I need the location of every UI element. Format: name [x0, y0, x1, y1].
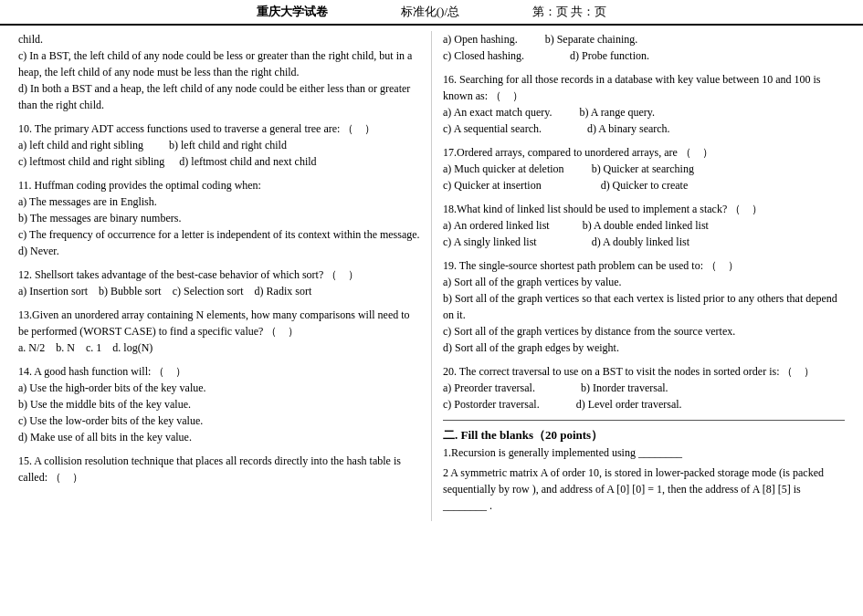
q14-title: 14. A good hash function will: （ ） — [18, 363, 420, 380]
q17-title: 17.Ordered arrays, compared to unordered… — [443, 144, 845, 161]
header-page: 第：页 共：页 — [532, 4, 606, 20]
q-cont-line2: c) In a BST, the left child of any node … — [18, 47, 420, 80]
q20-title: 20. The correct traversal to use on a BS… — [443, 363, 845, 380]
q16-opt-a: a) An exact match query. — [443, 104, 553, 120]
q11-opt-c: c) The frequency of occurrence for a let… — [18, 226, 420, 243]
fill-q2: 2 A symmetric matrix A of order 10, is s… — [443, 465, 845, 514]
q16-opt-d: d) A binary search. — [587, 120, 670, 137]
q19-title: 19. The single-source shortest path prob… — [443, 257, 845, 274]
q14-opt-c: c) Use the low-order bits of the key val… — [18, 412, 420, 429]
q12-options: a) Insertion sort b) Bubble sort c) Sele… — [18, 283, 420, 299]
q19-opt-d: d) Sort all of the graph edges by weight… — [443, 339, 845, 356]
question-20: 20. The correct traversal to use on a BS… — [443, 363, 845, 412]
q17-opt-d: d) Quicker to create — [601, 177, 689, 193]
question-18: 18.What kind of linked list should be us… — [443, 201, 845, 250]
q-continuation: child. c) In a BST, the left child of an… — [18, 31, 420, 113]
left-column: child. c) In a BST, the left child of an… — [18, 31, 432, 521]
q18-opt-b: b) A double ended linked list — [583, 217, 709, 234]
q13-title: 13.Given an unordered array containing N… — [18, 307, 420, 339]
q17-opt-a: a) Much quicker at deletion — [443, 161, 564, 177]
q15-opt-c: c) Closed hashing. — [443, 47, 524, 64]
q15-opt-a: a) Open hashing. — [443, 31, 518, 47]
q10-opt-a: a) left child and right sibling — [18, 137, 143, 153]
q15-opt-d: d) Probe function. — [570, 47, 649, 64]
q16-opt-b: b) A range query. — [580, 104, 656, 120]
section-divider — [443, 420, 845, 421]
q-cont-line1: child. — [18, 31, 420, 47]
q19-opt-b: b) Sort all of the graph vertices so tha… — [443, 290, 845, 323]
q20-opt-d: d) Level order traversal. — [576, 396, 682, 412]
q20-opt-c: c) Postorder traversal. — [443, 396, 540, 412]
q10-title: 10. The primary ADT access functions use… — [18, 120, 420, 137]
page: 重庆大学试卷 标准化()/总 第：页 共：页 child. c) In a BS… — [0, 0, 863, 527]
q-cont-line3: d) In both a BST and a heap, the left ch… — [18, 80, 420, 113]
question-12: 12. Shellsort takes advantage of the bes… — [18, 266, 420, 299]
q17-opt-b: b) Quicker at searching — [592, 161, 694, 177]
q18-opt-c: c) A singly linked list — [443, 234, 537, 250]
question-15: 15. A collision resolution technique tha… — [18, 453, 420, 485]
q20-opt-b: b) Inorder traversal. — [581, 380, 668, 396]
q14-opt-b: b) Use the middle bits of the key value. — [18, 396, 420, 412]
q18-title: 18.What kind of linked list should be us… — [443, 201, 845, 217]
header-info: 标准化()/总 — [401, 4, 459, 20]
q11-title: 11. Huffman coding provides the optimal … — [18, 177, 420, 193]
q12-title: 12. Shellsort takes advantage of the bes… — [18, 266, 420, 283]
right-column: a) Open hashing. b) Separate chaining. c… — [432, 31, 845, 521]
fill-q1: 1.Recursion is generally implemented usi… — [443, 444, 845, 461]
q15-opt-b: b) Separate chaining. — [545, 31, 638, 47]
page-header: 重庆大学试卷 标准化()/总 第：页 共：页 — [0, 0, 863, 26]
q13-options: a. N/2 b. N c. 1 d. log(N) — [18, 339, 420, 356]
q10-opt-c: c) leftmost child and right sibling — [18, 153, 164, 170]
q18-opt-a: a) An ordered linked list — [443, 217, 550, 234]
q11-opt-b: b) The messages are binary numbers. — [18, 210, 420, 226]
q19-opt-a: a) Sort all of the graph vertices by val… — [443, 274, 845, 290]
q14-opt-d: d) Make use of all bits in the key value… — [18, 429, 420, 445]
section2-title: 二. Fill the blanks（20 points） — [443, 426, 845, 444]
question-10: 10. The primary ADT access functions use… — [18, 120, 420, 170]
q10-opt-d: d) leftmost child and next child — [179, 153, 316, 170]
q16-title: 16. Searching for all those records in a… — [443, 71, 845, 104]
main-content: child. c) In a BST, the left child of an… — [0, 26, 863, 527]
q10-opt-b: b) left child and right child — [169, 137, 287, 153]
q18-opt-d: d) A doubly linked list — [592, 234, 689, 250]
q17-opt-c: c) Quicker at insertion — [443, 177, 542, 193]
question-14: 14. A good hash function will: （ ） a) Us… — [18, 363, 420, 445]
q11-opt-d: d) Never. — [18, 243, 420, 259]
q19-opt-c: c) Sort all of the graph vertices by dis… — [443, 323, 845, 339]
question-13: 13.Given an unordered array containing N… — [18, 307, 420, 356]
q15-title: 15. A collision resolution technique tha… — [18, 453, 420, 485]
question-11: 11. Huffman coding provides the optimal … — [18, 177, 420, 259]
question-17: 17.Ordered arrays, compared to unordered… — [443, 144, 845, 193]
question-19: 19. The single-source shortest path prob… — [443, 257, 845, 356]
header-title: 重庆大学试卷 — [257, 4, 328, 20]
section-2-fill-blanks: 二. Fill the blanks（20 points） 1.Recursio… — [443, 426, 845, 514]
q14-opt-a: a) Use the high-order bits of the key va… — [18, 380, 420, 396]
q16-opt-c: c) A sequential search. — [443, 120, 542, 137]
q15-options-block: a) Open hashing. b) Separate chaining. c… — [443, 31, 845, 64]
q11-opt-a: a) The messages are in English. — [18, 193, 420, 210]
q20-opt-a: a) Preorder traversal. — [443, 380, 535, 396]
question-16: 16. Searching for all those records in a… — [443, 71, 845, 137]
